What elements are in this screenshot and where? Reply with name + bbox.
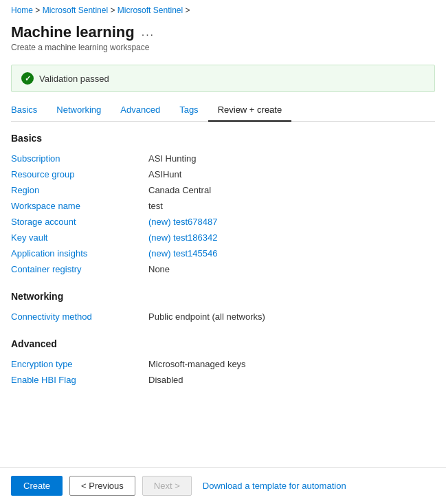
validation-banner: Validation passed — [11, 65, 435, 92]
field-encryption-type: Encryption type Microsoft-managed keys — [11, 356, 435, 372]
field-value-storage-account: (new) test678487 — [148, 217, 217, 227]
tabs-bar: Basics Networking Advanced Tags Review +… — [11, 99, 435, 122]
breadcrumb-sentinel2[interactable]: Microsoft Sentinel — [118, 6, 183, 15]
breadcrumb: Home > Microsoft Sentinel > Microsoft Se… — [0, 0, 446, 21]
download-template-link[interactable]: Download a template for automation — [203, 481, 346, 491]
tab-tags[interactable]: Tags — [170, 99, 208, 122]
field-value-region: Canada Central — [148, 185, 211, 195]
field-value-container-registry: None — [148, 264, 170, 274]
more-options-icon[interactable]: ... — [142, 26, 155, 39]
tab-review-create[interactable]: Review + create — [208, 99, 292, 122]
field-value-hbi-flag: Disabled — [148, 375, 183, 385]
networking-section: Networking Connectivity method Public en… — [11, 291, 435, 325]
next-button: Next > — [142, 476, 192, 496]
tab-basics[interactable]: Basics — [11, 99, 47, 122]
breadcrumb-sep3: > — [185, 6, 190, 15]
breadcrumb-home[interactable]: Home — [11, 6, 33, 15]
validation-check-icon — [21, 72, 34, 85]
tab-advanced[interactable]: Advanced — [111, 99, 170, 122]
field-label-hbi-flag: Enable HBI Flag — [11, 375, 148, 385]
basics-section-title: Basics — [11, 133, 435, 144]
field-label-key-vault: Key vault — [11, 232, 148, 243]
field-value-resource-group: ASIHunt — [148, 169, 181, 179]
breadcrumb-sentinel1[interactable]: Microsoft Sentinel — [43, 6, 108, 15]
field-label-connectivity-method: Connectivity method — [11, 311, 148, 322]
field-value-connectivity-method: Public endpoint (all networks) — [148, 311, 265, 322]
breadcrumb-sep2: > — [110, 6, 117, 15]
networking-section-title: Networking — [11, 291, 435, 302]
field-storage-account: Storage account (new) test678487 — [11, 214, 435, 230]
create-button[interactable]: Create — [11, 476, 63, 496]
field-label-region: Region — [11, 185, 148, 195]
field-label-resource-group: Resource group — [11, 169, 148, 179]
field-subscription: Subscription ASI Hunting — [11, 151, 435, 166]
field-value-app-insights: (new) test145546 — [148, 248, 217, 259]
validation-text: Validation passed — [39, 74, 109, 84]
field-resource-group: Resource group ASIHunt — [11, 166, 435, 182]
field-hbi-flag: Enable HBI Flag Disabled — [11, 372, 435, 388]
page-subtitle: Create a machine learning workspace — [11, 43, 435, 52]
field-connectivity-method: Connectivity method Public endpoint (all… — [11, 309, 435, 325]
field-workspace-name: Workspace name test — [11, 198, 435, 214]
field-label-subscription: Subscription — [11, 153, 148, 164]
previous-button[interactable]: < Previous — [69, 476, 135, 496]
field-label-storage-account: Storage account — [11, 217, 148, 227]
page-header: Machine learning ... Create a machine le… — [0, 21, 446, 58]
field-label-encryption-type: Encryption type — [11, 359, 148, 369]
field-region: Region Canada Central — [11, 182, 435, 198]
field-label-app-insights: Application insights — [11, 248, 148, 259]
field-value-workspace-name: test — [148, 201, 163, 211]
page-title: Machine learning — [11, 23, 135, 41]
field-value-subscription: ASI Hunting — [148, 153, 196, 164]
breadcrumb-sep1: > — [35, 6, 42, 15]
tab-networking[interactable]: Networking — [47, 99, 111, 122]
footer: Create < Previous Next > Download a temp… — [0, 467, 446, 504]
basics-section: Basics Subscription ASI Hunting Resource… — [11, 133, 435, 277]
field-app-insights: Application insights (new) test145546 — [11, 245, 435, 261]
field-label-container-registry: Container registry — [11, 264, 148, 274]
field-container-registry: Container registry None — [11, 261, 435, 277]
main-content: Basics Subscription ASI Hunting Resource… — [0, 122, 446, 450]
advanced-section-title: Advanced — [11, 338, 435, 349]
field-value-key-vault: (new) test186342 — [148, 232, 217, 243]
field-label-workspace-name: Workspace name — [11, 201, 148, 211]
field-value-encryption-type: Microsoft-managed keys — [148, 359, 246, 369]
advanced-section: Advanced Encryption type Microsoft-manag… — [11, 338, 435, 388]
field-key-vault: Key vault (new) test186342 — [11, 230, 435, 245]
